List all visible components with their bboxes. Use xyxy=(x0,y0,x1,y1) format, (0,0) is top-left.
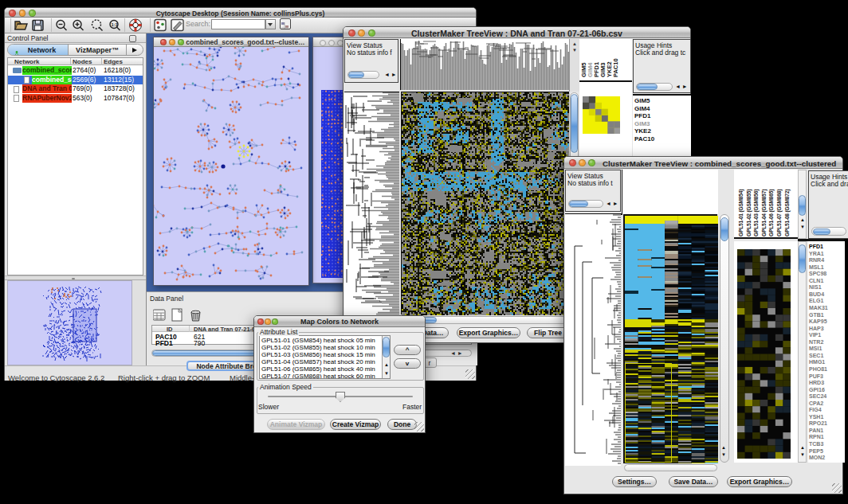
svg-text:1:1: 1:1 xyxy=(112,22,118,27)
